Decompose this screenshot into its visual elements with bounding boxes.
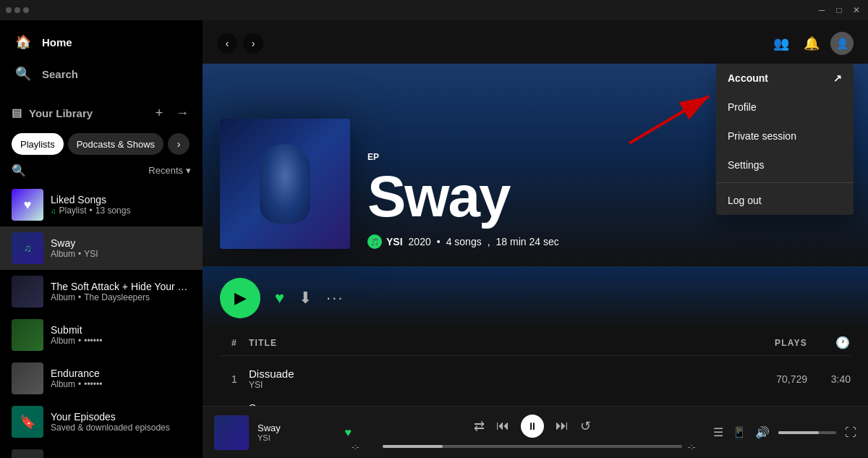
sway-sub: Album • YSI xyxy=(51,249,191,259)
episodes-info: Your Episodes Saved & downloaded episode… xyxy=(51,411,191,433)
shuffle-button[interactable]: ⇄ xyxy=(474,418,485,434)
library-search-icon[interactable]: 🔍 xyxy=(12,164,26,177)
recents-label: Recents xyxy=(148,165,183,176)
dropdown-account-item[interactable]: Account ↗ xyxy=(716,64,854,93)
library-header: ▤ Your Library + → xyxy=(0,98,203,127)
submit-artist: •••••• xyxy=(84,336,102,346)
user-avatar-button[interactable]: 👤 xyxy=(830,32,854,55)
library-expand-button[interactable]: → xyxy=(174,104,191,122)
player-track-info: Sway YSI xyxy=(258,423,336,442)
library-actions: + → xyxy=(150,104,191,122)
player-left: Sway YSI ♥ xyxy=(214,415,352,450)
previous-button[interactable]: ⏮ xyxy=(496,418,509,433)
player-progress: -:- -:- xyxy=(352,442,713,451)
album-duration: 18 min 24 sec xyxy=(496,236,559,247)
player-track-artist: YSI xyxy=(258,433,336,442)
dropdown-settings-item[interactable]: Settings xyxy=(716,150,854,179)
recents-sort-button[interactable]: Recents ▾ xyxy=(148,165,191,176)
volume-icon[interactable]: 🔊 xyxy=(755,425,770,439)
endurance-thumb xyxy=(12,362,43,394)
player-right: ☰ 📱 🔊 ⛶ xyxy=(713,425,856,439)
home-label: Home xyxy=(42,36,72,48)
player-time-current: -:- xyxy=(352,442,377,451)
album-artist[interactable]: 🎵 YSI xyxy=(367,234,403,249)
liked-songs-type: Playlist xyxy=(59,205,87,216)
progress-bar[interactable] xyxy=(383,445,682,448)
library-item-liked-songs[interactable]: ♥ Liked Songs ♫ Playlist • 13 songs xyxy=(0,183,203,226)
close-button[interactable]: ✕ xyxy=(851,4,862,16)
sway-artist: YSI xyxy=(84,249,98,259)
endurance-artist: •••••• xyxy=(84,379,102,389)
library-title-label: Your Library xyxy=(29,107,93,119)
library-item-soft-attack[interactable]: The Soft Attack + Hide Your Eyes Album •… xyxy=(0,270,203,313)
library-item-your-episodes[interactable]: 🔖 Your Episodes Saved & downloaded episo… xyxy=(0,400,203,444)
album-play-button[interactable]: ▶ xyxy=(220,278,260,318)
fullscreen-icon[interactable]: ⛶ xyxy=(845,426,856,439)
table-row[interactable]: 1 Dissuade YSI 70,729 3:40 xyxy=(220,362,851,396)
queue-icon[interactable]: ☰ xyxy=(713,425,723,439)
artist-icon: 🎵 xyxy=(367,234,382,249)
search-icon: 🔍 xyxy=(14,65,32,82)
dropdown-separator xyxy=(716,182,854,183)
album-separator2: , xyxy=(488,236,490,247)
album-more-button[interactable]: ··· xyxy=(326,289,344,308)
title-bar-dots xyxy=(6,7,29,13)
submit-sep: • xyxy=(78,336,81,346)
liked-songs-separator: • xyxy=(90,205,93,216)
library-item-endurance[interactable]: Endurance Album • •••••• xyxy=(0,357,203,400)
recents-arrow: ▾ xyxy=(186,165,191,176)
header-duration: 🕐 xyxy=(807,336,851,349)
green-dot-icon: ♫ xyxy=(51,207,56,215)
maximize-button[interactable]: □ xyxy=(833,4,845,16)
search-label: Search xyxy=(42,68,78,80)
track-list: # Title Plays 🕐 1 Dissuade YSI 70,729 3:… xyxy=(203,330,868,406)
library-add-button[interactable]: + xyxy=(150,104,168,122)
dropdown-logout-item[interactable]: Log out xyxy=(716,186,854,215)
album-heart-icon[interactable]: ♥ xyxy=(275,289,284,308)
title-dot-3 xyxy=(23,7,29,13)
forward-button[interactable]: › xyxy=(243,33,263,54)
back-button[interactable]: ‹ xyxy=(217,33,237,54)
table-row[interactable]: 2 Sway YSI 81,019 5:59 xyxy=(220,396,851,406)
volume-bar[interactable] xyxy=(778,431,836,434)
main-layout: 🏠 Home 🔍 Search ▤ Your Library + → Playl… xyxy=(0,20,868,458)
header-right: 👥 🔔 👤 Account ↗ Profile Private session xyxy=(770,32,854,55)
next-button[interactable]: ⏭ xyxy=(556,418,569,433)
library-item-sway[interactable]: ♫ Sway Album • YSI xyxy=(0,226,203,270)
library-icon: ▤ xyxy=(12,106,22,119)
track-1-duration: 3:40 xyxy=(807,373,851,385)
notifications-button[interactable]: 🔔 xyxy=(800,32,823,55)
nav-arrows: ‹ › xyxy=(217,33,263,54)
filter-more-button[interactable]: › xyxy=(168,133,190,155)
player-heart-icon[interactable]: ♥ xyxy=(345,426,352,439)
sidebar-item-search[interactable]: 🔍 Search xyxy=(0,58,203,90)
track-1-info: Dissuade YSI xyxy=(249,368,735,390)
pause-button[interactable]: ⏸ xyxy=(521,415,544,438)
filter-tab-playlists[interactable]: Playlists xyxy=(12,133,64,155)
user-dropdown-menu: Account ↗ Profile Private session Settin… xyxy=(716,64,854,215)
library-item-submit[interactable]: Submit Album • •••••• xyxy=(0,313,203,357)
dropdown-private-session-item[interactable]: Private session xyxy=(716,122,854,150)
submit-type: Album xyxy=(51,336,75,346)
album-year: 2020 xyxy=(409,236,431,247)
repeat-button[interactable]: ↺ xyxy=(580,418,591,434)
player-album-thumb xyxy=(214,415,249,450)
player-center: ⇄ ⏮ ⏸ ⏭ ↺ -:- -:- xyxy=(352,415,713,451)
album-controls: ▶ ♥ ⬇ ··· xyxy=(203,266,868,330)
soft-attack-sub: Album • The Daysleepers xyxy=(51,292,191,302)
library-title-button[interactable]: ▤ Your Library xyxy=(12,106,150,119)
submit-sub: Album • •••••• xyxy=(51,336,191,346)
sidebar-item-home[interactable]: 🏠 Home xyxy=(0,26,203,58)
minimize-button[interactable]: ─ xyxy=(816,4,827,16)
album-download-icon[interactable]: ⬇ xyxy=(299,289,312,308)
filter-tab-podcasts[interactable]: Podcasts & Shows xyxy=(68,133,163,155)
dropdown-profile-item[interactable]: Profile xyxy=(716,93,854,122)
soft-attack-artist: The Daysleepers xyxy=(84,292,150,302)
library-item-last[interactable]: •••••••••••••• xyxy=(0,444,203,458)
track-list-header: # Title Plays 🕐 xyxy=(220,330,851,356)
friends-button[interactable]: 👥 xyxy=(770,32,793,55)
track-1-name: Dissuade xyxy=(249,368,735,380)
player-controls: ⇄ ⏮ ⏸ ⏭ ↺ xyxy=(474,415,591,438)
devices-icon[interactable]: 📱 xyxy=(732,425,746,439)
liked-songs-sub: ♫ Playlist • 13 songs xyxy=(51,205,191,216)
